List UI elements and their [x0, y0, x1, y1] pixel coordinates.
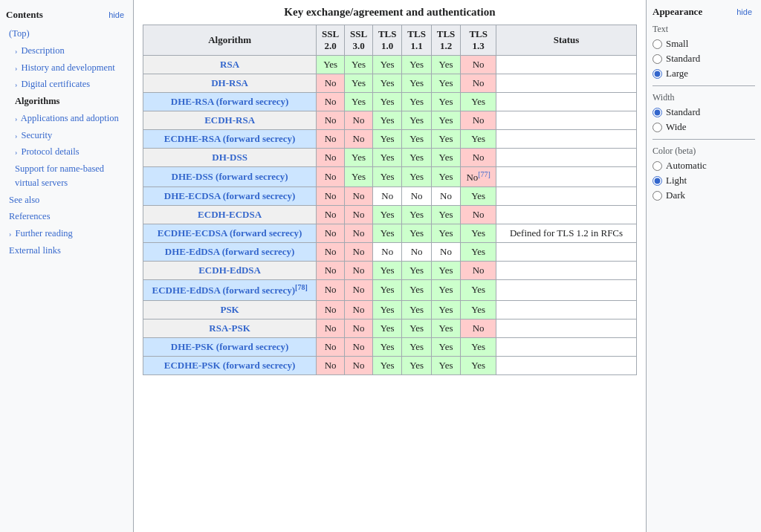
cell-tls12: Yes	[431, 111, 460, 130]
status-cell	[496, 74, 637, 93]
cell-tls11: No	[402, 187, 431, 206]
width-standard-radio[interactable]	[652, 108, 662, 117]
cell-tls11: Yes	[402, 93, 431, 111]
cell-tls13: No	[461, 206, 496, 224]
cell-tls10: Yes	[373, 319, 402, 337]
status-cell	[496, 262, 637, 280]
appearance-title: Appearance	[652, 6, 702, 18]
algo-name-cell: DH-RSA	[143, 74, 317, 93]
color-automatic-radio[interactable]	[652, 161, 662, 171]
color-dark-radio[interactable]	[652, 191, 662, 201]
cell-tls13: No	[461, 111, 496, 130]
sidebar-item-references[interactable]: References	[0, 208, 133, 225]
algo-name-cell: ECDHE-RSA (forward secrecy)	[143, 130, 317, 149]
cell-tls12: Yes	[431, 56, 460, 74]
cell-tls12: Yes	[431, 224, 460, 243]
width-wide-row: Wide	[652, 121, 755, 133]
sidebar-item-protocol[interactable]: › Protocol details	[0, 143, 133, 160]
cell-tls13: No	[461, 74, 496, 93]
sidebar-item-security[interactable]: › Security	[0, 127, 133, 144]
sidebar-item-virtual-servers[interactable]: Support for name-based virtual servers	[0, 160, 133, 192]
cell-tls11: Yes	[402, 74, 431, 93]
cell-tls13: Yes	[461, 93, 496, 111]
algo-name-cell: DHE-ECDSA (forward secrecy)	[143, 187, 317, 206]
algo-name-cell: DH-DSS	[143, 149, 317, 167]
col-header-ssl30: SSL3.0	[345, 25, 373, 56]
table-row: DH-DSSNoYesYesYesYesNo	[143, 149, 637, 167]
col-header-status: Status	[496, 25, 637, 56]
sidebar-item-applications[interactable]: › Applications and adoption	[0, 110, 133, 127]
status-cell	[496, 243, 637, 262]
sidebar-item-external-links[interactable]: External links	[0, 242, 133, 259]
col-header-tls10: TLS1.0	[373, 25, 402, 56]
col-header-tls11: TLS1.1	[402, 25, 431, 56]
sidebar-item-see-also[interactable]: See also	[0, 192, 133, 209]
sidebar-item-further-reading[interactable]: › Further reading	[0, 225, 133, 242]
cell-ssl3: No	[345, 187, 373, 206]
cell-tls10: Yes	[373, 93, 402, 111]
cell-tls12: Yes	[431, 206, 460, 224]
table-row: RSAYesYesYesYesYesNo	[143, 56, 637, 74]
cell-tls12: Yes	[431, 280, 460, 300]
table-title: Key exchange/agreement and authenticatio…	[143, 6, 637, 19]
sidebar-item-top[interactable]: (Top)	[0, 25, 133, 42]
sidebar-hide-button[interactable]: hide	[106, 10, 127, 20]
sidebar-item-digital-certs[interactable]: › Digital certificates	[0, 76, 133, 93]
cell-tls12: Yes	[431, 130, 460, 149]
algo-name-cell: ECDH-ECDSA	[143, 206, 317, 224]
cell-tls11: Yes	[402, 300, 431, 319]
status-cell	[496, 187, 637, 206]
status-cell	[496, 93, 637, 111]
cell-tls13: Yes	[461, 243, 496, 262]
text-small-radio[interactable]	[652, 39, 662, 49]
cell-ssl2: No	[317, 337, 345, 356]
cell-tls13: Yes	[461, 187, 496, 206]
algo-name-cell: DHE-PSK (forward secrecy)	[143, 337, 317, 356]
cell-tls10: Yes	[373, 167, 402, 187]
sidebar-item-history[interactable]: › History and development	[0, 59, 133, 77]
table-row: ECDHE-RSA (forward secrecy)NoNoYesYesYes…	[143, 130, 637, 149]
cell-ssl2: Yes	[317, 56, 345, 74]
algorithm-table: Algorithm SSL2.0 SSL3.0 TLS1.0 TLS1.1 TL…	[143, 25, 637, 375]
col-header-ssl20: SSL2.0	[317, 25, 345, 56]
color-light-row: Light	[652, 175, 755, 186]
color-section-label: Color (beta)	[652, 146, 755, 157]
algo-name-cell: ECDHE-PSK (forward secrecy)	[143, 356, 317, 374]
cell-ssl3: No	[345, 206, 373, 224]
color-light-radio[interactable]	[652, 176, 662, 186]
color-automatic-label: Automatic	[666, 160, 707, 172]
cell-tls11: Yes	[402, 167, 431, 187]
cell-tls12: Yes	[431, 356, 460, 374]
cell-ssl2: No	[317, 149, 345, 167]
cell-tls13: Yes	[461, 280, 496, 300]
cell-tls12: Yes	[431, 319, 460, 337]
cell-ssl3: Yes	[345, 93, 373, 111]
text-large-radio[interactable]	[652, 69, 662, 79]
width-wide-radio[interactable]	[652, 123, 662, 132]
table-row: DHE-EdDSA (forward secrecy)NoNoNoNoNoYes	[143, 243, 637, 262]
cell-tls13: Yes	[461, 337, 496, 356]
cell-ssl2: No	[317, 206, 345, 224]
table-row: ECDH-EdDSANoNoYesYesYesNo	[143, 262, 637, 280]
text-standard-radio[interactable]	[652, 54, 662, 64]
cell-ssl3: No	[345, 337, 373, 356]
cell-ssl2: No	[317, 93, 345, 111]
cell-ssl3: No	[345, 300, 373, 319]
algo-name-cell: DHE-DSS (forward secrecy)	[143, 167, 317, 187]
status-cell	[496, 206, 637, 224]
text-small-row: Small	[652, 38, 755, 50]
cell-ssl2: No	[317, 243, 345, 262]
cell-tls12: Yes	[431, 93, 460, 111]
sidebar-item-algorithms[interactable]: Algorithms	[0, 93, 133, 110]
cell-tls10: No	[373, 243, 402, 262]
status-cell	[496, 280, 637, 300]
sidebar-item-description[interactable]: › Description	[0, 42, 133, 59]
cell-ssl2: No	[317, 224, 345, 243]
appearance-hide-button[interactable]: hide	[734, 7, 755, 17]
cell-ssl3: Yes	[345, 56, 373, 74]
cell-tls13: No[77]	[461, 167, 496, 187]
cell-tls12: Yes	[431, 167, 460, 187]
sidebar: Contents hide (Top) › Description › Hist…	[0, 0, 134, 532]
cell-tls11: Yes	[402, 149, 431, 167]
status-cell: Defined for TLS 1.2 in RFCs	[496, 224, 637, 243]
